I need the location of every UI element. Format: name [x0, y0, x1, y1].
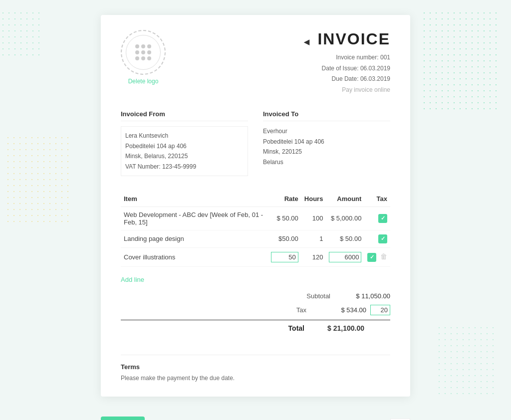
cursor-icon: ◀	[304, 38, 310, 46]
logo-dot	[141, 44, 145, 48]
row3-hours[interactable]: 120	[301, 247, 326, 266]
from-vat: VAT Number: 123-45-9999	[125, 162, 244, 172]
col-header-hours: Hours	[301, 191, 326, 207]
row2-tax[interactable]	[364, 230, 390, 247]
row3-rate-input[interactable]	[271, 252, 298, 262]
decorative-dots-left	[5, 135, 70, 224]
logo-dots	[135, 44, 151, 60]
tax-checkbox-row3[interactable]	[367, 253, 376, 262]
row3-amount-input[interactable]	[329, 252, 361, 262]
row2-hours[interactable]: 1	[301, 230, 326, 247]
to-name: Everhour	[263, 126, 390, 136]
logo-dot	[147, 44, 151, 48]
delete-logo-link[interactable]: Delete logo	[128, 78, 159, 85]
logo-area: Delete logo	[121, 30, 166, 85]
row3-tax[interactable]: 🗑	[364, 247, 390, 266]
tax-percent-input[interactable]	[370, 305, 390, 315]
row1-tax[interactable]	[364, 207, 390, 230]
row1-hours[interactable]: 100	[301, 207, 326, 230]
invoice-table: Item Rate Hours Amount Tax Web Developme…	[121, 191, 390, 267]
tax-percent-spacer	[370, 305, 390, 315]
totals-section: Subtotal $ 11,050.00 Tax $ 534.00 Total …	[121, 290, 390, 335]
table-header-row: Item Rate Hours Amount Tax	[121, 191, 390, 207]
total-label: Total	[255, 324, 304, 332]
invoice-due-date: Due Date: 06.03.2019	[304, 74, 390, 85]
invoiced-to-content[interactable]: Everhour Pobeditelei 104 ap 406 Minsk, 2…	[263, 126, 390, 167]
decorative-dots-bottom-right	[436, 325, 496, 395]
invoiced-to-heading: Invoiced To	[263, 110, 390, 121]
tax-checkbox-row2[interactable]	[378, 234, 387, 243]
to-address1: Pobeditelei 104 ap 406	[263, 137, 390, 147]
tax-row: Tax $ 534.00	[121, 302, 390, 318]
subtotal-row: Subtotal $ 11,050.00	[121, 290, 390, 302]
subtotal-value: $ 11,050.00	[340, 292, 390, 300]
total-row: Total $ 21,100.00	[121, 320, 390, 335]
total-value: $ 21,100.00	[314, 324, 364, 332]
logo-dot	[135, 44, 139, 48]
col-header-item: Item	[121, 191, 268, 207]
row3-delete-icon[interactable]: 🗑	[380, 252, 387, 260]
tax-value: $ 534.00	[316, 306, 366, 314]
logo-dot	[135, 50, 139, 54]
row3-rate[interactable]	[268, 247, 301, 266]
terms-heading: Terms	[121, 363, 390, 371]
logo-dot	[147, 56, 151, 60]
invoiced-from-heading: Invoiced From	[121, 110, 248, 121]
invoiced-from-content[interactable]: Lera Kuntsevich Pobeditelei 104 ap 406 M…	[121, 126, 248, 176]
logo-dot	[141, 56, 145, 60]
invoice-title-area: ◀ INVOICE Invoice number: 001 Date of Is…	[304, 30, 390, 95]
subtotal-label: Subtotal	[280, 292, 330, 300]
invoice-header: Delete logo ◀ INVOICE Invoice number: 00…	[121, 30, 390, 95]
decorative-dots-top-left	[0, 10, 40, 60]
row3-item[interactable]: Cover illustrations	[121, 247, 268, 266]
decorative-dots-top-right	[421, 10, 501, 110]
col-header-tax: Tax	[364, 191, 390, 207]
tax-label: Tax	[256, 306, 306, 314]
table-row: Web Development - ABC dev [Week of Feb, …	[121, 207, 390, 230]
to-country: Belarus	[263, 157, 390, 167]
row1-rate: $ 50.00	[268, 207, 301, 230]
logo-circle	[121, 30, 166, 75]
row2-rate: $50.00	[268, 230, 301, 247]
invoice-number: Invoice number: 001	[304, 52, 390, 63]
row1-amount[interactable]: $ 5,000.00	[326, 207, 364, 230]
page-footer: Print Reset Currency $	[101, 412, 410, 420]
tax-checkbox-row1[interactable]	[378, 214, 387, 223]
row2-amount[interactable]: $ 50.00	[326, 230, 364, 247]
invoice-meta: Invoice number: 001 Date of Issue: 06.03…	[304, 52, 390, 95]
logo-dot	[135, 56, 139, 60]
footer-left: Print Reset	[101, 417, 170, 420]
invoiced-to-block: Invoiced To Everhour Pobeditelei 104 ap …	[263, 110, 390, 176]
col-header-rate: Rate	[268, 191, 301, 207]
print-button[interactable]: Print	[101, 417, 145, 420]
table-row: Cover illustrations 120 🗑	[121, 247, 390, 266]
table-row: Landing page design $50.00 1 $ 50.00	[121, 230, 390, 247]
logo-dot	[147, 50, 151, 54]
pay-invoice-link[interactable]: Pay invoice online	[342, 86, 390, 93]
to-address2: Minsk, 220125	[263, 147, 390, 157]
row3-amount[interactable]	[326, 247, 364, 266]
row1-item[interactable]: Web Development - ABC dev [Week of Feb, …	[121, 207, 268, 230]
row2-item[interactable]: Landing page design	[121, 230, 268, 247]
invoice-issue-date: Date of Issue: 06.03.2019	[304, 63, 390, 74]
terms-text[interactable]: Please make the payment by the due date.	[121, 375, 390, 382]
col-header-amount: Amount	[326, 191, 364, 207]
logo-dot	[141, 50, 145, 54]
address-section: Invoiced From Lera Kuntsevich Pobeditele…	[121, 110, 390, 176]
from-name: Lera Kuntsevich	[125, 131, 244, 141]
invoice-card: Delete logo ◀ INVOICE Invoice number: 00…	[101, 15, 410, 397]
invoice-title: ◀ INVOICE	[304, 30, 390, 48]
terms-section: Terms Please make the payment by the due…	[121, 355, 390, 382]
from-address1: Pobeditelei 104 ap 406	[125, 141, 244, 151]
add-line-button[interactable]: Add line	[121, 276, 144, 283]
from-address2: Minsk, Belarus, 220125	[125, 151, 244, 161]
logo-circle-inner	[126, 35, 161, 70]
invoiced-from-block: Invoiced From Lera Kuntsevich Pobeditele…	[121, 110, 248, 176]
